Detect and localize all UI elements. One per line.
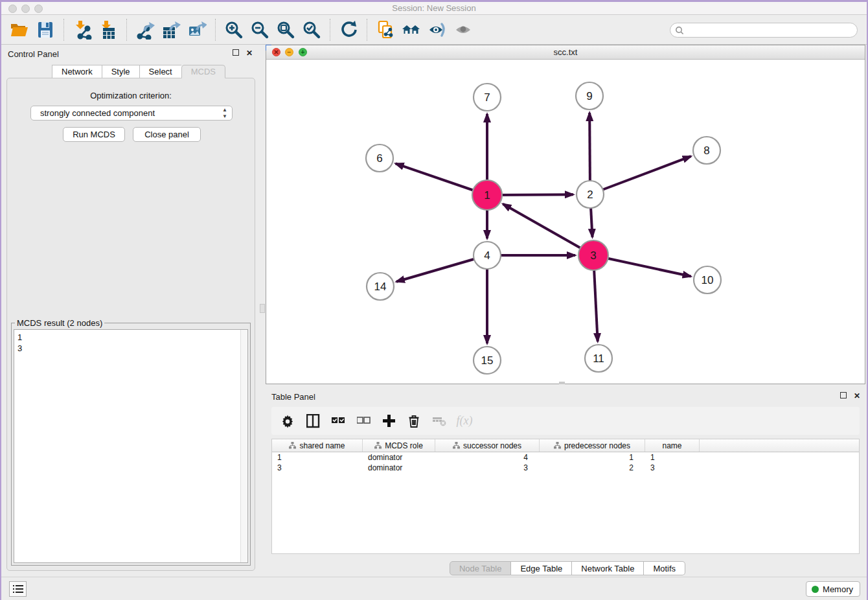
graph-node-6[interactable]: 6: [366, 144, 393, 172]
graph-node-label: 6: [376, 152, 382, 165]
optimization-criterion-select[interactable]: strongly connected component ▲▼: [30, 106, 233, 121]
mcds-result-textarea[interactable]: 13: [14, 329, 248, 563]
memory-button[interactable]: Memory: [806, 581, 860, 597]
export-network-icon: [135, 20, 155, 40]
graph-node-15[interactable]: 15: [474, 347, 501, 374]
graph-node-label: 4: [484, 249, 490, 262]
table-cell[interactable]: dominator: [363, 463, 435, 473]
graph-node-label: 1: [484, 189, 490, 202]
window-titlebar: Session: New Session: [1, 2, 867, 15]
tab-style[interactable]: Style: [102, 65, 139, 78]
select-all-columns-button[interactable]: [330, 413, 347, 430]
graph-node-label: 7: [484, 91, 490, 104]
network-canvas[interactable]: 7968124314101511: [266, 60, 865, 384]
graph-node-8[interactable]: 8: [693, 137, 720, 164]
zoom-selected-button[interactable]: [301, 19, 323, 41]
function-builder-button[interactable]: f(x): [456, 413, 473, 430]
search-input[interactable]: [684, 25, 857, 36]
import-table-icon: [98, 20, 118, 40]
toolbar-divider: [63, 19, 64, 41]
table-cell[interactable]: 2: [540, 463, 645, 473]
table-row[interactable]: 1dominator411: [272, 452, 859, 463]
show-all-button[interactable]: [452, 19, 474, 41]
import-network-button[interactable]: [71, 19, 93, 41]
unselect-all-columns-button[interactable]: [355, 413, 372, 430]
graph-node-2[interactable]: 2: [577, 181, 604, 208]
graph-node-9[interactable]: 9: [576, 82, 603, 110]
table-row[interactable]: 3dominator323: [272, 463, 859, 473]
graph-node-4[interactable]: 4: [474, 242, 501, 269]
graph-node-label: 15: [481, 354, 494, 367]
apply-layout-button[interactable]: [337, 19, 360, 41]
table-cell[interactable]: 1: [540, 452, 645, 463]
column-header-MCDS-role[interactable]: MCDS role: [363, 439, 435, 452]
tab-select[interactable]: Select: [139, 65, 181, 78]
optimization-criterion-label: Optimization criterion:: [7, 91, 255, 100]
result-scrollbar[interactable]: [240, 330, 247, 562]
first-neighbors-button[interactable]: [400, 19, 422, 41]
table-toolbar: f(x): [271, 407, 860, 435]
table-panel-close-button[interactable]: ✕: [853, 392, 861, 400]
zoom-out-icon: [250, 20, 269, 40]
tab-node-table[interactable]: Node Table: [450, 561, 512, 575]
close-icon: ✕: [246, 49, 253, 58]
delete-table-button[interactable]: [431, 413, 448, 430]
network-resize-handle[interactable]: [559, 382, 565, 384]
control-panel-close-button[interactable]: ✕: [246, 49, 253, 57]
table-cell[interactable]: 4: [435, 452, 540, 463]
graph-node-7[interactable]: 7: [474, 84, 501, 111]
graph-node-3[interactable]: 3: [578, 240, 608, 270]
column-header-predecessor-nodes[interactable]: predecessor nodes: [540, 439, 645, 452]
column-header-shared-name[interactable]: shared name: [272, 439, 363, 452]
table-cell[interactable]: 3: [435, 463, 540, 473]
table-panel-float-button[interactable]: [840, 392, 848, 400]
trash-icon: [407, 414, 421, 428]
column-header-name[interactable]: name: [645, 439, 700, 452]
graph-edge-2-8[interactable]: [590, 156, 691, 194]
graph-node-14[interactable]: 14: [367, 273, 394, 300]
table-cell[interactable]: 1: [272, 452, 363, 463]
export-network-button[interactable]: [134, 19, 156, 41]
zoom-out-button[interactable]: [249, 19, 271, 41]
task-history-button[interactable]: [9, 581, 27, 597]
column-header-successor-nodes[interactable]: successor nodes: [435, 439, 540, 452]
gear-icon: [281, 414, 295, 428]
attribute-icon: [453, 442, 460, 449]
column-label: shared name: [299, 441, 345, 450]
search-box: [670, 23, 858, 38]
tab-motifs[interactable]: Motifs: [644, 561, 685, 575]
graph-node-11[interactable]: 11: [585, 345, 612, 372]
toolbar-divider: [367, 19, 367, 41]
add-column-button[interactable]: [380, 413, 397, 430]
table-cell[interactable]: 1: [645, 452, 700, 463]
tab-mcds[interactable]: MCDS: [181, 65, 225, 78]
table-cell[interactable]: dominator: [363, 452, 435, 463]
zoom-in-button[interactable]: [223, 19, 245, 41]
table-settings-button[interactable]: [279, 413, 296, 430]
control-panel-float-button[interactable]: [233, 49, 240, 57]
export-table-button[interactable]: [160, 19, 182, 41]
export-image-button[interactable]: [186, 19, 208, 41]
zoom-fit-button[interactable]: [275, 19, 297, 41]
toolbar-divider: [330, 19, 330, 41]
duplicate-network-icon: [376, 20, 395, 40]
run-mcds-button[interactable]: Run MCDS: [63, 127, 125, 142]
close-panel-button[interactable]: Close panel: [133, 127, 201, 142]
network-window-titlebar[interactable]: ✕ − + scc.txt: [266, 45, 865, 60]
import-table-button[interactable]: [97, 19, 119, 41]
save-session-button[interactable]: [34, 19, 56, 41]
tab-network-table[interactable]: Network Table: [572, 561, 644, 575]
tab-edge-table[interactable]: Edge Table: [511, 561, 572, 575]
table-cell[interactable]: 3: [645, 463, 700, 473]
delete-column-button[interactable]: [405, 413, 422, 430]
tab-network[interactable]: Network: [52, 65, 102, 78]
duplicate-network-button[interactable]: [374, 19, 396, 41]
column-layout-button[interactable]: [304, 413, 321, 430]
graph-node-10[interactable]: 10: [694, 266, 721, 294]
hide-selected-button[interactable]: [426, 19, 448, 41]
graph-node-1[interactable]: 1: [472, 180, 502, 210]
open-file-button[interactable]: [8, 19, 30, 41]
table-tabs: Node TableEdge TableNetwork TableMotifs: [266, 561, 868, 575]
table-cell[interactable]: 3: [272, 463, 363, 473]
panel-splitter-handle[interactable]: [260, 304, 265, 313]
